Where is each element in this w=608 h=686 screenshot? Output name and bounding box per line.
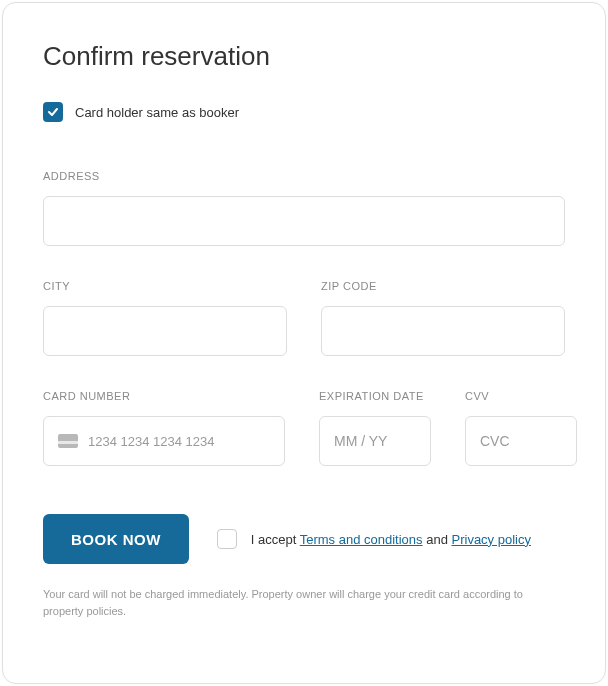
accept-text: I accept Terms and conditions and Privac… (251, 532, 531, 547)
zip-input[interactable] (321, 306, 565, 356)
address-input[interactable] (43, 196, 565, 246)
accept-prefix: I accept (251, 532, 300, 547)
expiration-input[interactable] (319, 416, 431, 466)
zip-field: ZIP CODE (321, 280, 565, 356)
card-number-input[interactable] (88, 434, 270, 449)
footer-row: BOOK NOW I accept Terms and conditions a… (43, 514, 565, 564)
same-as-booker-checkbox[interactable] (43, 102, 63, 122)
reservation-card: Confirm reservation Card holder same as … (2, 2, 606, 684)
address-field: ADDRESS (43, 170, 565, 246)
disclaimer-text: Your card will not be charged immediatel… (43, 586, 565, 619)
address-label: ADDRESS (43, 170, 565, 182)
cvv-input[interactable] (465, 416, 577, 466)
privacy-link[interactable]: Privacy policy (452, 532, 531, 547)
book-now-button[interactable]: BOOK NOW (43, 514, 189, 564)
expiration-field: EXPIRATION DATE (319, 390, 431, 466)
cvv-field: CVV (465, 390, 577, 466)
accept-row: I accept Terms and conditions and Privac… (217, 529, 531, 549)
accept-checkbox[interactable] (217, 529, 237, 549)
card-number-label: CARD NUMBER (43, 390, 285, 402)
expiration-label: EXPIRATION DATE (319, 390, 431, 402)
page-title: Confirm reservation (43, 41, 565, 72)
city-label: CITY (43, 280, 287, 292)
card-number-wrapper (43, 416, 285, 466)
accept-and: and (423, 532, 452, 547)
zip-label: ZIP CODE (321, 280, 565, 292)
terms-link[interactable]: Terms and conditions (300, 532, 423, 547)
same-as-booker-row: Card holder same as booker (43, 102, 565, 122)
check-icon (47, 106, 59, 118)
same-as-booker-label: Card holder same as booker (75, 105, 239, 120)
city-input[interactable] (43, 306, 287, 356)
credit-card-icon (58, 434, 78, 448)
city-field: CITY (43, 280, 287, 356)
cvv-label: CVV (465, 390, 577, 402)
card-number-field: CARD NUMBER (43, 390, 285, 466)
